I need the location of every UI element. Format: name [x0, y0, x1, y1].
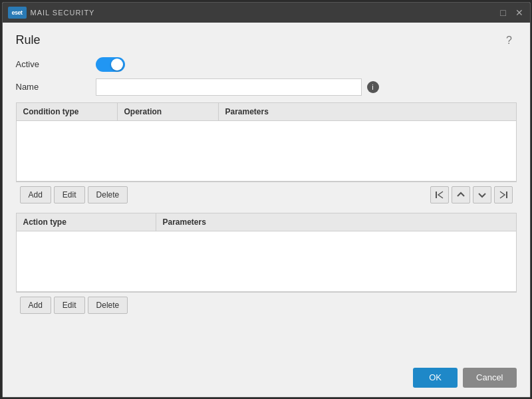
eset-logo-box: eset — [8, 7, 27, 19]
titlebar-controls: □ ✕ — [498, 7, 525, 18]
app-name: MAIL SECURITY — [31, 9, 95, 17]
action-parameters-header: Parameters — [156, 213, 516, 231]
condition-type-header: Condition type — [17, 103, 118, 120]
active-toggle-wrapper — [96, 57, 125, 72]
actions-add-button[interactable]: Add — [20, 297, 51, 314]
minimize-button[interactable]: □ — [498, 7, 509, 18]
ok-button[interactable]: OK — [413, 368, 458, 388]
actions-edit-button[interactable]: Edit — [54, 297, 85, 314]
content-area: Rule ? Active Name i Condition typ — [3, 23, 530, 361]
conditions-section: Condition type Operation Parameters Add … — [16, 102, 517, 207]
eset-logo: eset — [8, 7, 27, 19]
first-icon — [435, 190, 444, 200]
titlebar: eset MAIL SECURITY □ ✕ — [3, 3, 530, 23]
actions-body — [17, 231, 516, 291]
titlebar-logo: eset MAIL SECURITY — [8, 7, 95, 19]
help-button[interactable]: ? — [502, 33, 517, 48]
name-input[interactable] — [96, 78, 362, 96]
down-icon — [477, 190, 487, 200]
name-field-wrapper: i — [96, 78, 379, 96]
active-toggle[interactable] — [96, 57, 125, 72]
conditions-last-button[interactable] — [494, 186, 513, 203]
parameters-header: Parameters — [219, 103, 516, 120]
close-button[interactable]: ✕ — [514, 7, 525, 18]
action-type-header: Action type — [17, 213, 156, 231]
name-row: Name i — [16, 78, 517, 96]
active-row: Active — [16, 57, 517, 72]
actions-table: Action type Parameters — [16, 213, 517, 292]
actions-delete-button[interactable]: Delete — [88, 297, 128, 314]
toggle-knob — [111, 59, 123, 70]
conditions-up-button[interactable] — [452, 186, 470, 203]
conditions-toolbar: Add Edit Delete — [16, 182, 517, 207]
actions-header: Action type Parameters — [17, 213, 516, 231]
conditions-header: Condition type Operation Parameters — [17, 103, 516, 121]
conditions-add-button[interactable]: Add — [20, 186, 51, 203]
name-label: Name — [16, 82, 96, 92]
conditions-body — [17, 121, 516, 181]
actions-section: Action type Parameters Add Edit Delete — [16, 213, 517, 318]
conditions-first-button[interactable] — [430, 186, 449, 203]
name-info-icon[interactable]: i — [367, 81, 379, 93]
conditions-delete-button[interactable]: Delete — [88, 186, 128, 203]
conditions-table: Condition type Operation Parameters — [16, 102, 517, 182]
page-header: Rule ? — [16, 33, 517, 48]
active-label: Active — [16, 59, 96, 69]
operation-header: Operation — [118, 103, 219, 120]
up-icon — [456, 190, 466, 200]
main-window: eset MAIL SECURITY □ ✕ Rule ? Active Nam — [2, 2, 531, 398]
conditions-down-button[interactable] — [473, 186, 491, 203]
page-title: Rule — [16, 33, 41, 47]
cancel-button[interactable]: Cancel — [463, 368, 516, 388]
actions-toolbar: Add Edit Delete — [16, 292, 517, 318]
conditions-edit-button[interactable]: Edit — [54, 186, 85, 203]
last-icon — [499, 190, 508, 200]
footer: OK Cancel — [3, 361, 530, 397]
